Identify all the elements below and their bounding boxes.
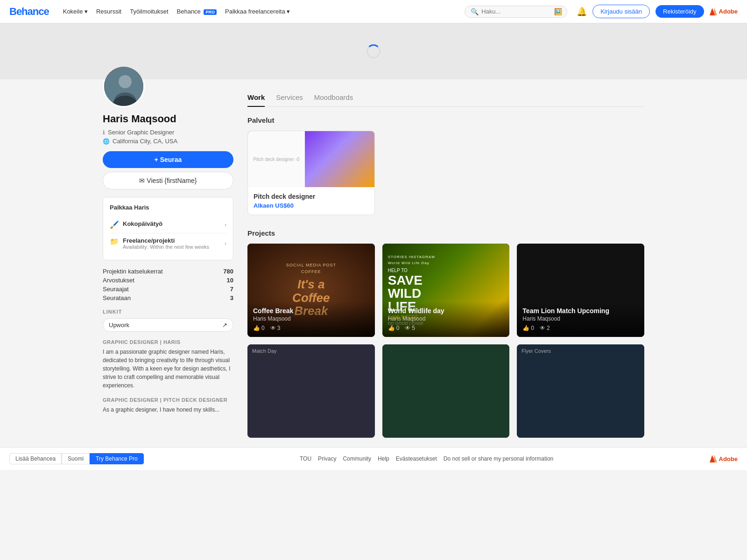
chevron-right-icon-2: › <box>225 240 226 247</box>
navigation: Behance Kokeile ▾ Resurssit Työilmoituks… <box>0 0 747 23</box>
project-author: Haris Maqsood <box>522 315 639 322</box>
user-name: Haris Maqsood <box>103 113 233 125</box>
footer-help[interactable]: Help <box>378 455 389 462</box>
projects-grid: SOCIAL MEDIA POST COFFEE It's aCoffeeBre… <box>247 244 644 438</box>
stat-following: Seurataan 3 <box>103 294 233 301</box>
hire-title: Palkkaa Haris <box>110 204 226 211</box>
location-icon: 🌐 <box>103 138 110 145</box>
service-card-pitch-deck[interactable]: Pitch deck designer -0 Pitch deck design <box>247 131 375 215</box>
nav-tyoilmoitukset[interactable]: Työilmoitukset <box>130 8 168 15</box>
tab-add-behance[interactable]: Lisää Behancea <box>9 453 62 464</box>
behance-logo[interactable]: Behance <box>9 6 49 18</box>
project-image-green <box>382 344 510 438</box>
project-overlay-matchday <box>247 427 375 438</box>
project-title: Coffee Break <box>253 307 369 315</box>
project-title: Team Lion Match Upcoming <box>522 307 639 315</box>
register-button[interactable]: Rekisteröidy <box>655 5 704 18</box>
services-section-title: Palvelut <box>247 116 644 124</box>
follow-button[interactable]: + Seuraa <box>103 151 233 168</box>
notification-bell[interactable]: 🔔 <box>577 7 587 17</box>
service-image-right <box>305 131 374 187</box>
projects-section-title: Projects <box>247 229 644 237</box>
project-card-green[interactable] <box>382 344 510 438</box>
hire-fulltime[interactable]: 🖌️ Kokopäivätyö › <box>110 217 226 233</box>
tab-services[interactable]: Services <box>276 89 303 107</box>
tab-try-pro[interactable]: Try Behance Pro <box>90 453 144 464</box>
footer-cookies[interactable]: Evästeasetukset <box>396 455 437 462</box>
user-title: ℹ Senior Graphic Designer <box>103 129 233 136</box>
sidebar: Haris Maqsood ℹ Senior Graphic Designer … <box>103 89 233 438</box>
project-overlay-wildlife: World Wildlife day Haris Maqsood 👍0 👁5 <box>382 301 510 337</box>
nav-actions: 🔔 Kirjaudu sisään Rekisteröidy Adobe <box>577 5 738 18</box>
profile-tabs: Work Services Moodboards <box>247 89 644 107</box>
main-layout: Haris Maqsood ℹ Senior Graphic Designer … <box>93 79 654 447</box>
service-card-body: Pitch deck designer Alkaen US$60 <box>248 187 374 215</box>
footer-adobe-logo: Adobe <box>710 455 738 462</box>
upwork-link[interactable]: Upwork ↗ <box>103 318 233 332</box>
login-button[interactable]: Kirjaudu sisään <box>592 5 650 18</box>
footer-community[interactable]: Community <box>343 455 371 462</box>
project-card-matchday[interactable]: Match Day <box>247 344 375 438</box>
hire-freelance[interactable]: 📁 Freelance/projekti Availability: Withi… <box>110 233 226 253</box>
service-price: Alkaen US$60 <box>254 202 369 209</box>
service-name: Pitch deck designer <box>254 193 369 200</box>
bio-section-1: GRAPHIC DESIGNER | HARIS I am a passiona… <box>103 339 233 390</box>
like-icon: 👍 <box>253 325 260 331</box>
bio-section-2: GRAPHIC DESIGNER | PITCH DECK DESIGNER A… <box>103 397 233 414</box>
pro-badge: PRO <box>204 9 217 15</box>
user-location: 🌐 California City, CA, USA <box>103 138 233 145</box>
footer-privacy-sell[interactable]: Do not sell or share my personal informa… <box>444 455 553 462</box>
freelance-icon: 📁 <box>110 237 119 246</box>
nav-links: Kokeile ▾ Resurssit Työilmoitukset Behan… <box>63 8 290 15</box>
fulltime-icon: 🖌️ <box>110 220 119 229</box>
project-card-lion[interactable]: Team Lion Match Upcoming Haris Maqsood 👍… <box>517 244 644 337</box>
bottom-tabs: Lisää Behancea Suomi Try Behance Pro <box>9 453 144 464</box>
adobe-logo: Adobe <box>710 8 738 15</box>
footer-privacy[interactable]: Privacy <box>318 455 336 462</box>
external-link-icon: ↗ <box>222 322 227 329</box>
project-card-wildlife[interactable]: STORIES INSTAGRAM World Wild Life Day HE… <box>382 244 510 337</box>
svg-point-3 <box>119 75 132 88</box>
image-search-icon[interactable]: 🖼️ <box>554 8 562 15</box>
footer-links: TOU Privacy Community Help Evästeasetuks… <box>300 455 553 462</box>
stat-views: Projektin katselukerrat 780 <box>103 268 233 275</box>
nav-resurssit[interactable]: Resurssit <box>96 8 121 15</box>
project-author: Haris Maqsood <box>253 315 369 322</box>
tab-moodboards[interactable]: Moodboards <box>314 89 353 107</box>
view-icon: 👁 <box>270 325 276 331</box>
message-button[interactable]: ✉ Viesti {firstName} <box>103 172 233 189</box>
project-overlay-lion: Team Lion Match Upcoming Haris Maqsood 👍… <box>517 301 644 337</box>
search-input[interactable] <box>481 8 551 15</box>
nav-palkkaa[interactable]: Palkkaa freelancereita ▾ <box>225 8 290 15</box>
nav-behance-pro[interactable]: Behance PRO <box>177 8 217 15</box>
tab-work[interactable]: Work <box>247 89 265 107</box>
like-icon: 👍 <box>522 325 529 331</box>
project-image-matchday: Match Day <box>247 344 375 438</box>
stat-followers: Seuraajat 7 <box>103 286 233 293</box>
service-placeholder-text: Pitch deck designer -0 <box>253 157 299 162</box>
project-title: World Wildlife day <box>388 307 504 315</box>
project-stats: 👍0 👁2 <box>522 325 639 331</box>
project-author: Haris Maqsood <box>388 315 504 322</box>
view-icon: 👁 <box>405 325 410 331</box>
project-card-coffee[interactable]: SOCIAL MEDIA POST COFFEE It's aCoffeeBre… <box>247 244 375 337</box>
footer-tou[interactable]: TOU <box>300 455 311 462</box>
like-icon: 👍 <box>388 325 395 331</box>
avatar <box>103 65 145 107</box>
services-grid: Pitch deck designer -0 Pitch deck design <box>247 131 644 215</box>
hire-box: Palkkaa Haris 🖌️ Kokopäivätyö › 📁 Freela… <box>103 197 233 260</box>
project-card-flyer[interactable]: Flyer Covers <box>517 344 644 438</box>
service-card-image: Pitch deck designer -0 <box>248 131 374 187</box>
avatar-image <box>104 67 145 107</box>
bottom-bar: Lisää Behancea Suomi Try Behance Pro TOU… <box>0 447 747 470</box>
view-icon: 👁 <box>540 325 545 331</box>
nav-kokeile[interactable]: Kokeile ▾ <box>63 8 88 15</box>
search-bar: 🔍 🖼️ <box>465 6 567 18</box>
links-section: LINKIT Upwork ↗ <box>103 309 233 332</box>
tab-suomi[interactable]: Suomi <box>62 453 90 464</box>
search-icon: 🔍 <box>471 8 479 15</box>
main-content: Work Services Moodboards Palvelut Pitch … <box>247 89 644 438</box>
stats-section: Projektin katselukerrat 780 Arvostukset … <box>103 268 233 301</box>
info-icon: ℹ <box>103 129 105 136</box>
stat-appreciations: Arvostukset 10 <box>103 277 233 284</box>
